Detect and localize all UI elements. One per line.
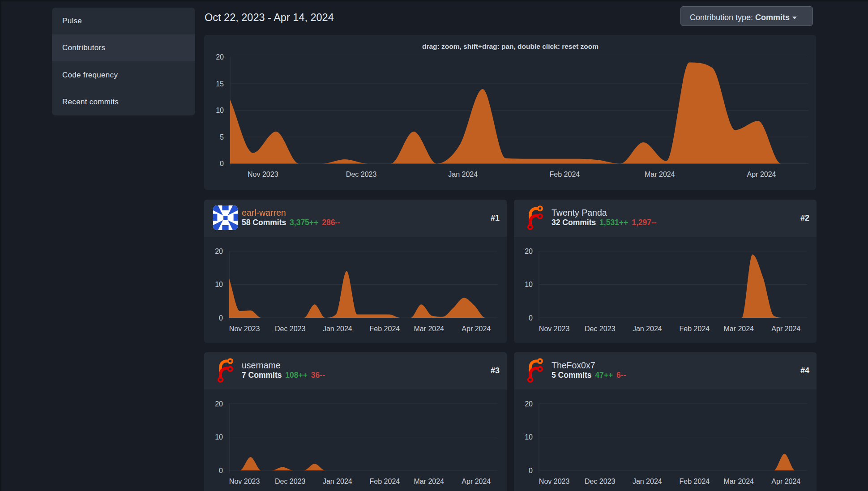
svg-text:10: 10: [525, 281, 533, 288]
svg-text:5: 5: [220, 133, 224, 141]
svg-text:20: 20: [216, 53, 224, 61]
svg-text:Nov 2023: Nov 2023: [229, 478, 260, 485]
svg-text:Feb 2024: Feb 2024: [680, 325, 710, 333]
svg-text:Jan 2024: Jan 2024: [633, 325, 662, 333]
svg-text:Feb 2024: Feb 2024: [370, 325, 400, 333]
svg-text:Feb 2024: Feb 2024: [550, 171, 580, 178]
svg-text:Jan 2024: Jan 2024: [323, 325, 352, 333]
svg-text:10: 10: [525, 433, 533, 441]
svg-text:Jan 2024: Jan 2024: [633, 478, 662, 485]
svg-text:10: 10: [215, 433, 223, 441]
svg-text:Feb 2024: Feb 2024: [680, 478, 710, 485]
svg-text:Apr 2024: Apr 2024: [747, 171, 776, 178]
svg-text:20: 20: [215, 247, 223, 255]
svg-text:Mar 2024: Mar 2024: [414, 478, 444, 485]
svg-text:Dec 2023: Dec 2023: [275, 478, 306, 485]
svg-text:Jan 2024: Jan 2024: [448, 171, 478, 178]
svg-text:20: 20: [525, 400, 533, 407]
svg-text:10: 10: [215, 281, 223, 288]
svg-text:Dec 2023: Dec 2023: [275, 325, 306, 333]
svg-text:Apr 2024: Apr 2024: [771, 478, 800, 485]
svg-text:Nov 2023: Nov 2023: [248, 171, 278, 178]
svg-text:Feb 2024: Feb 2024: [370, 478, 400, 485]
svg-text:Apr 2024: Apr 2024: [462, 325, 491, 333]
svg-text:Dec 2023: Dec 2023: [585, 478, 616, 485]
svg-text:0: 0: [219, 466, 223, 474]
svg-text:Nov 2023: Nov 2023: [539, 325, 570, 333]
svg-text:0: 0: [529, 314, 533, 321]
svg-text:Mar 2024: Mar 2024: [645, 171, 675, 178]
svg-text:15: 15: [216, 80, 224, 88]
svg-text:Dec 2023: Dec 2023: [585, 325, 616, 333]
svg-text:20: 20: [525, 247, 533, 255]
svg-text:0: 0: [529, 466, 533, 474]
svg-text:Apr 2024: Apr 2024: [462, 478, 491, 485]
svg-text:Mar 2024: Mar 2024: [723, 478, 754, 485]
svg-text:0: 0: [219, 314, 223, 321]
svg-text:Mar 2024: Mar 2024: [414, 325, 444, 333]
svg-text:drag: zoom, shift+drag: pan, d: drag: zoom, shift+drag: pan, double clic…: [422, 43, 599, 50]
svg-text:Nov 2023: Nov 2023: [539, 478, 570, 485]
svg-text:0: 0: [220, 160, 224, 167]
svg-text:10: 10: [216, 107, 224, 114]
svg-text:Mar 2024: Mar 2024: [723, 325, 754, 333]
svg-text:20: 20: [215, 400, 223, 407]
svg-text:Jan 2024: Jan 2024: [323, 478, 352, 485]
svg-text:Apr 2024: Apr 2024: [771, 325, 800, 333]
svg-text:Dec 2023: Dec 2023: [346, 171, 377, 178]
svg-text:Nov 2023: Nov 2023: [229, 325, 260, 333]
